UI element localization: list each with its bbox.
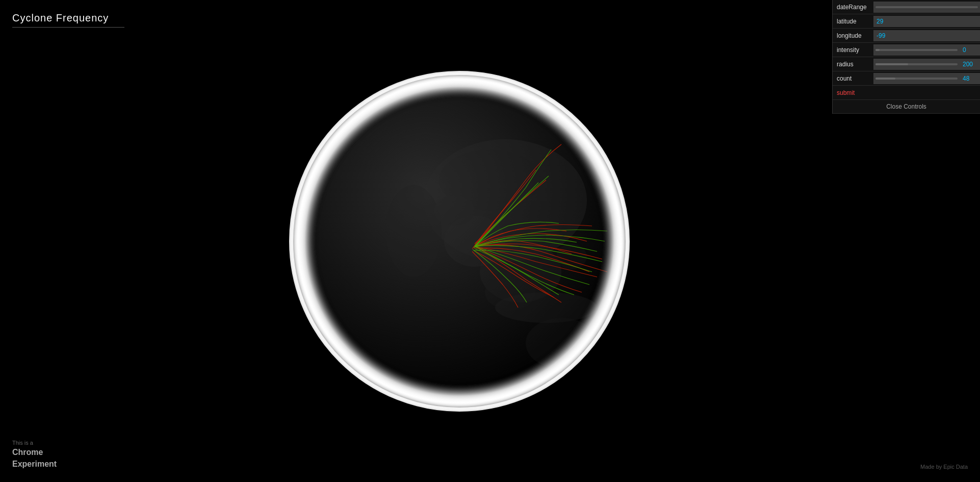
radius-row: radius	[833, 57, 980, 71]
intensity-slider[interactable]	[873, 44, 960, 56]
count-row: count	[833, 71, 980, 86]
radius-label: radius	[833, 59, 873, 70]
latitude-label: latitude	[833, 16, 873, 27]
latitude-input[interactable]	[873, 16, 980, 27]
longitude-label: longitude	[833, 30, 873, 41]
count-slider[interactable]	[873, 73, 960, 84]
count-value[interactable]	[960, 73, 980, 84]
intensity-row: intensity	[833, 43, 980, 57]
daterange-row: dateRange	[833, 0, 980, 14]
longitude-input[interactable]	[873, 30, 980, 41]
intensity-value[interactable]	[960, 44, 980, 56]
this-is-a-text: This is a	[12, 439, 57, 447]
latitude-row: latitude	[833, 14, 980, 29]
controls-panel: dateRange latitude longitude intensity r…	[832, 0, 980, 114]
page-title: Cyclone Frequency	[12, 12, 124, 28]
title-area: Cyclone Frequency	[12, 12, 124, 28]
close-controls-button[interactable]: Close Controls	[886, 103, 926, 110]
experiment-text: Experiment	[12, 459, 57, 470]
chrome-text: Chrome	[12, 447, 57, 458]
made-by-text: Made by Epic Data	[920, 464, 968, 470]
count-label: count	[833, 73, 873, 84]
globe-container	[276, 58, 643, 425]
radius-value[interactable]	[960, 59, 980, 70]
longitude-row: longitude	[833, 29, 980, 43]
daterange-slider[interactable]	[873, 2, 980, 13]
globe-svg	[276, 58, 643, 425]
daterange-label: dateRange	[833, 2, 873, 13]
submit-label[interactable]: submit	[833, 87, 859, 98]
close-controls-row[interactable]: Close Controls	[833, 100, 980, 114]
footer-chrome: This is a Chrome Experiment	[12, 439, 57, 470]
footer-epic: Made by Epic Data	[920, 464, 968, 470]
submit-row[interactable]: submit	[833, 86, 980, 100]
radius-slider[interactable]	[873, 59, 960, 70]
intensity-label: intensity	[833, 44, 873, 56]
